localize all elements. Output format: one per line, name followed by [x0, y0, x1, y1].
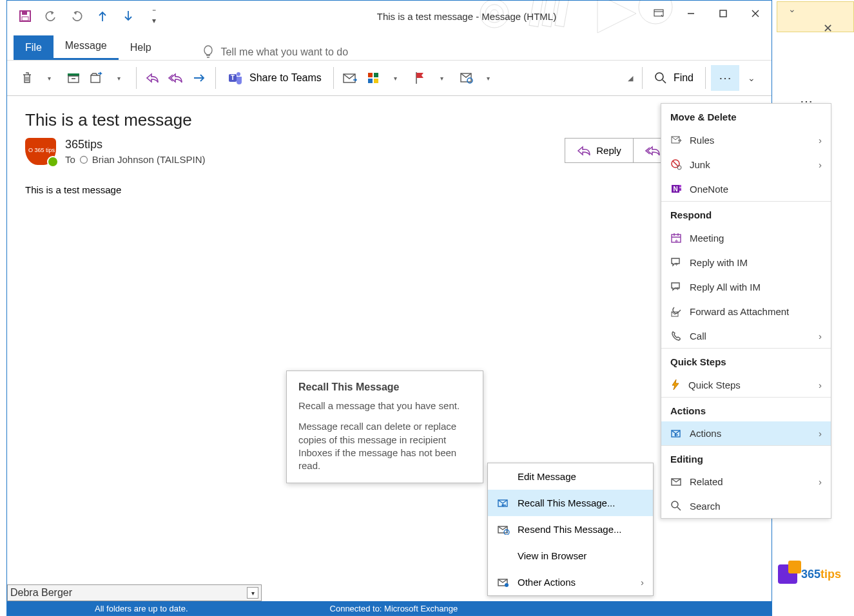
overflow-call[interactable]: Call› [661, 323, 831, 348]
overflow-actions[interactable]: Actions› [661, 421, 831, 445]
account-selector[interactable]: Debra Berger ▾ [7, 584, 262, 601]
redo-button[interactable] [66, 6, 87, 26]
reply-icon-button[interactable] [142, 65, 164, 91]
forward-icon-button[interactable] [188, 65, 210, 91]
submenu-view-browser[interactable]: View in Browser [488, 543, 653, 569]
overflow-reply-all-im[interactable]: Reply All with IM [661, 274, 831, 299]
move-dropdown[interactable]: ▾ [109, 65, 131, 91]
overflow-fwd-label: Forward as Attachment [690, 306, 789, 317]
to-label: To [65, 154, 75, 165]
find-label: Find [674, 72, 694, 84]
svg-point-4 [485, 5, 503, 23]
ribbon-overflow-button[interactable]: ⋯ [711, 65, 739, 91]
tell-me-search[interactable]: Tell me what you want to do [202, 44, 348, 60]
overflow-onenote[interactable]: NOneNote [661, 177, 831, 201]
delete-button[interactable] [16, 65, 38, 91]
submenu-edit-label: Edit Message [518, 471, 576, 482]
watermark-badge-icon [778, 564, 797, 584]
overflow-section-move-delete: Move & Delete [661, 104, 831, 128]
svg-point-18 [237, 72, 240, 76]
qat-customize-button[interactable]: ⁼▾ [144, 6, 164, 26]
svg-rect-1 [22, 12, 27, 15]
categorize-button[interactable] [362, 65, 384, 91]
overflow-search-label: Search [690, 501, 721, 512]
svg-rect-21 [374, 73, 378, 77]
message-body: This is a test message [25, 184, 753, 195]
submenu-resend-message[interactable]: Resend This Message... [488, 516, 653, 543]
overflow-quicksteps[interactable]: Quick Steps› [661, 372, 831, 397]
find-button[interactable]: Find [648, 65, 700, 91]
overflow-forward-attachment[interactable]: Forward as Attachment [661, 299, 831, 323]
overflow-reply-im[interactable]: Reply with IM [661, 250, 831, 274]
tab-message[interactable]: Message [53, 34, 119, 60]
archive-button[interactable] [63, 65, 84, 91]
maximize-button[interactable] [707, 1, 739, 26]
overflow-section-actions: Actions [661, 398, 831, 421]
overflow-actions-label: Actions [690, 428, 721, 439]
ribbon-launcher-icon[interactable]: ◢ [628, 74, 637, 82]
overflow-related[interactable]: Related› [661, 470, 831, 494]
next-item-button[interactable] [118, 6, 139, 26]
svg-point-27 [80, 156, 87, 163]
submenu-other-actions[interactable]: Other Actions› [488, 569, 653, 595]
overflow-section-editing: Editing [661, 446, 831, 470]
svg-rect-7 [542, 0, 559, 27]
undo-button[interactable] [41, 6, 61, 26]
tooltip-text-1: Recall a message that you have sent. [298, 399, 471, 412]
logo-part-b: tips [820, 568, 841, 581]
overflow-related-label: Related [690, 476, 723, 487]
categorize-dropdown[interactable]: ▾ [385, 65, 407, 91]
outer-close-button[interactable]: ✕ [817, 19, 839, 37]
mark-unread-button[interactable] [339, 65, 361, 91]
overflow-call-label: Call [690, 331, 706, 342]
tell-me-label: Tell me what you want to do [221, 46, 348, 58]
svg-point-5 [490, 10, 498, 17]
ribbon-display-options-button[interactable] [643, 1, 675, 26]
svg-point-26 [655, 73, 663, 81]
save-button[interactable] [15, 6, 35, 26]
submenu-recall-message[interactable]: Recall This Message... [488, 490, 653, 516]
account-dropdown-icon[interactable]: ▾ [247, 587, 258, 599]
svg-rect-34 [679, 188, 681, 191]
svg-rect-2 [22, 17, 28, 21]
move-button[interactable] [86, 65, 108, 91]
follow-up-dropdown[interactable]: ▾ [432, 65, 454, 91]
overflow-rules-label: Rules [690, 135, 714, 146]
reply-label: Reply [596, 145, 621, 156]
delete-dropdown[interactable]: ▾ [39, 65, 61, 91]
lightbulb-icon [202, 44, 215, 60]
submenu-edit-message[interactable]: Edit Message [488, 463, 653, 490]
overflow-search[interactable]: Search [661, 494, 831, 518]
search-icon [654, 72, 667, 84]
previous-item-button[interactable] [92, 6, 113, 26]
minimize-button[interactable] [675, 1, 707, 26]
follow-up-button[interactable] [409, 65, 431, 91]
svg-rect-33 [679, 185, 681, 188]
submenu-other-label: Other Actions [518, 577, 576, 588]
assign-policy-dropdown[interactable]: ▾ [478, 65, 500, 91]
reply-button[interactable]: Reply [565, 139, 633, 162]
share-to-teams-label: Share to Teams [249, 72, 322, 84]
overflow-quicksteps-label: Quick Steps [688, 380, 741, 390]
overflow-junk[interactable]: Junk› [661, 152, 831, 177]
status-folders: All folders are up to date. [95, 604, 188, 613]
overflow-meeting[interactable]: Meeting [661, 226, 831, 250]
close-button[interactable] [739, 1, 772, 26]
svg-rect-15 [91, 75, 100, 82]
ribbon-overflow-panel: Move & Delete Rules› Junk› NOneNote Resp… [661, 103, 831, 519]
tab-file[interactable]: File [14, 35, 53, 60]
tab-help[interactable]: Help [119, 35, 163, 60]
overflow-junk-label: Junk [690, 159, 710, 170]
tooltip-title: Recall This Message [298, 381, 471, 393]
share-to-teams-button[interactable]: T Share to Teams [221, 65, 328, 91]
submenu-resend-label: Resend This Message... [518, 524, 621, 535]
assign-policy-button[interactable] [455, 65, 477, 91]
outlook-message-window: ⁼▾ This is a test message - Message (HTM… [6, 0, 772, 616]
svg-text:T: T [231, 74, 235, 81]
ribbon-collapse-button[interactable]: ⌄ [741, 65, 762, 91]
overflow-section-quicksteps: Quick Steps [661, 349, 831, 372]
reply-all-icon-button[interactable] [165, 65, 187, 91]
recall-tooltip: Recall This Message Recall a message tha… [286, 371, 483, 483]
ribbon-toolbar: ▾ ▾ T Share to Teams ▾ ▾ ▾ ◢ Find ⋯ ⌄ [7, 60, 772, 96]
overflow-rules[interactable]: Rules› [661, 128, 831, 152]
